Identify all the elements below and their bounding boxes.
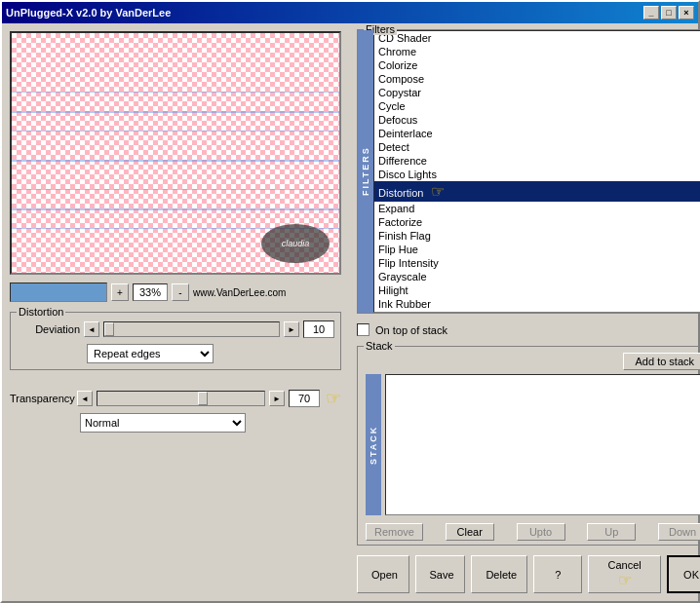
h-line-5	[12, 189, 339, 190]
right-panel: Filters FILTERS CD Shader Chrome Coloriz…	[349, 23, 700, 601]
cancel-button[interactable]: Cancel ☞	[588, 555, 661, 593]
filter-expand[interactable]: Expand	[374, 202, 700, 215]
transparency-value-input[interactable]	[289, 390, 320, 407]
url-label: www.VanDerLee.com	[193, 287, 286, 298]
filter-factorize[interactable]: Factorize	[374, 215, 700, 229]
close-button[interactable]: ×	[679, 6, 694, 19]
stack-controls: Remove Clear Upto Up Down	[358, 519, 700, 545]
filter-flip-hue[interactable]: Flip Hue	[374, 243, 700, 256]
filter-chrome[interactable]: Chrome	[374, 45, 700, 58]
filter-copystar[interactable]: Copystar	[374, 86, 700, 99]
deviation-thumb	[104, 322, 114, 336]
transparency-thumb	[198, 392, 208, 405]
stack-sidebar: STACK	[366, 374, 381, 515]
canvas-area: claudia	[10, 31, 341, 275]
content-area: claudia + - www.VanDerLee.com Distortion…	[2, 23, 698, 601]
help-button[interactable]: ?	[533, 555, 582, 593]
window-title: UnPlugged-X v2.0 by VanDerLee	[6, 7, 171, 19]
zoom-slider[interactable]	[10, 283, 107, 302]
minimize-button[interactable]: _	[643, 6, 659, 19]
stack-list[interactable]	[385, 374, 700, 515]
filter-finish-flag[interactable]: Finish Flag	[374, 229, 700, 243]
cancel-cursor-icon: ☞	[618, 572, 632, 588]
bottom-buttons: Open Save Delete ? Cancel ☞ OK	[357, 551, 700, 595]
filter-compose[interactable]: Compose	[374, 72, 700, 86]
blend-mode-dropdown[interactable]: Normal Multiply Screen Overlay	[80, 413, 246, 433]
filters-container: FILTERS CD Shader Chrome Colorize Compos…	[358, 30, 700, 313]
filter-distortion[interactable]: Distortion ☞	[374, 181, 700, 202]
left-panel: claudia + - www.VanDerLee.com Distortion…	[2, 23, 349, 601]
ontop-checkbox[interactable]	[357, 323, 369, 336]
filter-hilight[interactable]: Hilight	[374, 283, 700, 297]
up-button[interactable]: Up	[587, 523, 636, 541]
transparency-section: Transparency ◄ ► ☞ Normal Multiply Scree…	[10, 382, 341, 434]
delete-button[interactable]: Delete	[471, 555, 527, 593]
deviation-value-input[interactable]	[303, 320, 334, 338]
stack-add-row: Add to stack	[358, 347, 700, 374]
watermark: claudia	[261, 224, 330, 263]
h-line-6	[12, 208, 339, 210]
main-window: UnPlugged-X v2.0 by VanDerLee _ □ ×	[0, 0, 700, 603]
zoom-minus-button[interactable]: -	[172, 283, 189, 301]
distortion-cursor-icon: ☞	[431, 183, 445, 200]
ontop-label: On top of stack	[375, 324, 447, 336]
title-bar: UnPlugged-X v2.0 by VanDerLee _ □ ×	[2, 2, 698, 23]
deviation-label: Deviation	[17, 323, 80, 335]
h-line-4	[12, 160, 339, 162]
maximize-button[interactable]: □	[661, 6, 677, 19]
filter-deinterlace[interactable]: Deinterlace	[374, 127, 700, 140]
filter-difference[interactable]: Difference	[374, 154, 700, 168]
hand-cursor-icon: ☞	[326, 388, 341, 409]
filter-grayscale[interactable]: Grayscale	[374, 270, 700, 283]
filter-cycle[interactable]: Cycle	[374, 99, 700, 113]
filter-colorize[interactable]: Colorize	[374, 58, 700, 72]
filter-detect[interactable]: Detect	[374, 140, 700, 154]
transparency-slider[interactable]	[97, 391, 265, 406]
filter-ink-rubber[interactable]: Ink Rubber	[374, 297, 700, 311]
deviation-left-arrow[interactable]: ◄	[84, 321, 99, 337]
filter-defocus[interactable]: Defocus	[374, 113, 700, 127]
zoom-bar: + - www.VanDerLee.com	[10, 281, 341, 304]
open-button[interactable]: Open	[357, 555, 409, 593]
stack-section-label: Stack	[364, 340, 395, 352]
h-line-1	[12, 92, 339, 93]
filter-interlace[interactable]: Interlace	[374, 311, 700, 313]
zoom-plus-button[interactable]: +	[111, 283, 129, 301]
add-to-stack-button[interactable]: Add to stack	[623, 353, 701, 370]
title-bar-buttons: _ □ ×	[643, 6, 694, 19]
ok-button[interactable]: OK	[667, 555, 700, 593]
filter-cd-shader[interactable]: CD Shader	[374, 31, 700, 45]
edges-dropdown[interactable]: Repeat edges Wrap Transparent	[87, 344, 214, 363]
stack-sidebar-text: STACK	[369, 425, 378, 464]
transparency-left-arrow[interactable]: ◄	[77, 391, 93, 406]
down-button[interactable]: Down	[658, 523, 700, 541]
deviation-right-arrow[interactable]: ►	[284, 321, 299, 337]
stack-group: Stack Add to stack STACK Remove Clear Up…	[357, 346, 700, 546]
upto-button[interactable]: Upto	[517, 523, 565, 541]
deviation-slider[interactable]	[103, 321, 280, 337]
h-line-2	[12, 111, 339, 113]
cancel-label: Cancel	[607, 559, 641, 571]
canvas-checkerboard: claudia	[12, 33, 339, 273]
filter-flip-intensity[interactable]: Flip Intensity	[374, 256, 700, 270]
deviation-row: Deviation ◄ ►	[17, 320, 334, 338]
save-button[interactable]: Save	[415, 555, 466, 593]
filters-sidebar: FILTERS	[358, 30, 373, 313]
distortion-group: Distortion Deviation ◄ ► Repeat edges Wr…	[10, 312, 341, 370]
stack-content: STACK	[366, 374, 700, 515]
normal-dropdown-row: Normal Multiply Screen Overlay	[10, 413, 341, 433]
dropdown-row: Repeat edges Wrap Transparent	[17, 344, 334, 363]
ontop-row: On top of stack	[357, 320, 700, 340]
filters-list[interactable]: CD Shader Chrome Colorize Compose Copyst…	[373, 30, 700, 313]
filters-sidebar-text: FILTERS	[361, 147, 370, 197]
transparency-row: Transparency ◄ ► ☞	[10, 388, 341, 409]
h-line-3	[12, 131, 339, 132]
clear-button[interactable]: Clear	[446, 523, 494, 541]
zoom-input[interactable]	[133, 283, 168, 301]
transparency-right-arrow[interactable]: ►	[269, 391, 285, 406]
remove-button[interactable]: Remove	[366, 523, 423, 541]
filter-disco-lights[interactable]: Disco Lights	[374, 168, 700, 181]
watermark-text: claudia	[282, 239, 310, 248]
filters-group: Filters FILTERS CD Shader Chrome Coloriz…	[357, 29, 700, 314]
transparency-label: Transparency	[10, 393, 73, 404]
